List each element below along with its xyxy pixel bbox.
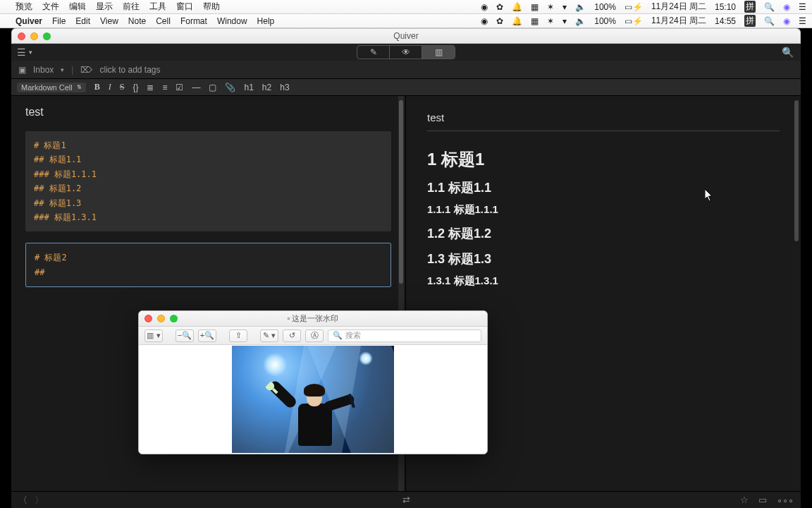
rotate-button[interactable]: ↺	[283, 329, 301, 342]
bold-button[interactable]: B	[94, 82, 100, 92]
menu-item[interactable]: 工具	[149, 1, 166, 13]
menu-item[interactable]: Cell	[156, 16, 171, 26]
preview-scrollbar[interactable]	[794, 96, 799, 491]
menu-item[interactable]: Window	[217, 16, 247, 26]
notebook-icon[interactable]: ▣	[18, 65, 26, 75]
sidebar-toggle[interactable]: ☰ ▾	[17, 47, 32, 58]
battery-icon[interactable]: ▭⚡	[625, 2, 643, 12]
bell-icon[interactable]: 🔔	[512, 2, 522, 12]
menu-item[interactable]: 编辑	[69, 1, 86, 13]
spotlight-icon[interactable]: 🔍	[764, 16, 775, 26]
siri-icon[interactable]: ◉	[783, 2, 790, 12]
code-button[interactable]: {}	[133, 83, 138, 92]
nav-back[interactable]: 〈	[18, 494, 27, 507]
siri-icon[interactable]: ◉	[783, 16, 790, 26]
menu-item[interactable]: Edit	[75, 16, 90, 26]
attach-button[interactable]: 📎	[225, 83, 235, 92]
inbox-label[interactable]: Inbox	[33, 65, 54, 75]
menu-item[interactable]: Format	[180, 16, 207, 26]
menu-item[interactable]: 帮助	[203, 1, 220, 13]
spotlight-icon[interactable]: 🔍	[764, 2, 775, 12]
ime-icon[interactable]: 拼	[744, 15, 756, 27]
wechat-icon[interactable]: ✿	[496, 16, 503, 26]
nav-forward[interactable]: 〉	[35, 494, 44, 507]
markdown-cell-2[interactable]: # 标题2 ##	[25, 243, 391, 287]
minimize-button[interactable]	[30, 32, 38, 40]
close-button[interactable]	[144, 315, 152, 322]
bell-icon[interactable]: 🔔	[512, 16, 522, 26]
menu-item[interactable]: 窗口	[176, 1, 193, 13]
wechat-icon[interactable]: ✿	[496, 2, 503, 12]
bluetooth-icon[interactable]: ✶	[547, 16, 554, 26]
zoom-button[interactable]	[43, 32, 51, 40]
control-center-icon[interactable]: ☰	[799, 16, 806, 26]
italic-button[interactable]: I	[109, 82, 111, 92]
ol-button[interactable]: ≡	[162, 83, 167, 92]
menu-item[interactable]: 预览	[16, 1, 32, 13]
volume-icon[interactable]: 🔈	[575, 16, 586, 26]
bluetooth-icon[interactable]: ✶	[547, 2, 554, 12]
preview-heading: 1.3.1 标题1.3.1	[427, 274, 780, 288]
split-mode-button[interactable]: ▥	[422, 46, 455, 59]
preview-mode-button[interactable]: 👁	[390, 46, 422, 59]
battery-text: 100%	[594, 16, 616, 26]
strike-button[interactable]: S	[120, 82, 125, 92]
float-search-input[interactable]: 🔍 搜索	[328, 329, 481, 342]
hr-button[interactable]: —	[192, 83, 200, 92]
image-button[interactable]: ▢	[209, 83, 216, 92]
window-title: Quiver	[11, 31, 801, 41]
float-toolbar: ▥ ▾ −🔍 +🔍 ⇧ ✎ ▾ ↺ Ⓐ 🔍 搜索	[139, 327, 487, 345]
preview-app-window[interactable]: ▫ 这是一张水印 ▥ ▾ −🔍 +🔍 ⇧ ✎ ▾ ↺ Ⓐ 🔍 搜索	[138, 310, 488, 454]
sync-icon[interactable]: ⇄	[402, 495, 410, 505]
sidebar-view-button[interactable]: ▥ ▾	[144, 329, 163, 342]
minimize-button[interactable]	[157, 315, 165, 322]
close-button[interactable]	[18, 32, 25, 40]
menu-item[interactable]: 前往	[123, 1, 140, 13]
battery-icon[interactable]: ▭⚡	[625, 16, 643, 26]
zoom-out-button[interactable]: −🔍	[176, 329, 194, 342]
float-titlebar[interactable]: ▫ 这是一张水印	[139, 311, 487, 327]
menu-item[interactable]: 显示	[96, 1, 113, 13]
note-title[interactable]: test	[25, 106, 391, 119]
menu-item[interactable]: Note	[128, 16, 146, 26]
display-icon[interactable]: ▦	[531, 16, 539, 26]
cell-type-select[interactable]: Markdown Cell⇅	[17, 83, 86, 92]
battery-text: 100%	[594, 2, 616, 12]
present-icon[interactable]: ▭	[758, 495, 767, 505]
wifi-icon[interactable]: ▾	[562, 2, 567, 12]
zoom-in-button[interactable]: +🔍	[198, 329, 216, 342]
image-content[interactable]	[232, 346, 394, 453]
star-icon[interactable]: ☆	[740, 495, 749, 505]
tags-placeholder[interactable]: click to add tags	[99, 65, 160, 75]
volume-icon[interactable]: 🔈	[575, 2, 586, 12]
search-icon[interactable]: 🔍	[782, 47, 794, 58]
preview-heading: 1.3 标题1.3	[427, 250, 780, 267]
menu-item[interactable]: 文件	[42, 1, 59, 13]
zoom-button[interactable]	[170, 315, 178, 322]
menu-item[interactable]: View	[100, 16, 118, 26]
h1-button[interactable]: h1	[244, 83, 253, 92]
ul-button[interactable]: ≣	[147, 83, 154, 92]
menu-item[interactable]: Help	[257, 16, 275, 26]
check-button[interactable]: ☑	[176, 83, 183, 92]
share-button[interactable]: ⇧	[229, 329, 247, 342]
display-icon[interactable]: ▦	[531, 2, 539, 12]
edit-button[interactable]: Ⓐ	[305, 329, 324, 342]
h3-button[interactable]: h3	[280, 83, 289, 92]
record-icon[interactable]: ◉	[481, 2, 488, 12]
markup-button[interactable]: ✎ ▾	[260, 329, 278, 342]
control-center-icon[interactable]: ☰	[799, 2, 806, 12]
markdown-cell-1[interactable]: # 标题1 ## 标题1.1 ### 标题1.1.1 ## 标题1.2 ## 标…	[25, 131, 391, 231]
ime-icon[interactable]: 拼	[744, 1, 756, 13]
window-titlebar[interactable]: Quiver	[11, 28, 801, 44]
search-icon: 🔍	[333, 331, 343, 340]
app-name[interactable]: Quiver	[16, 16, 42, 26]
preview-heading: 1.1.1 标题1.1.1	[427, 203, 780, 217]
h2-button[interactable]: h2	[262, 83, 271, 92]
float-body	[139, 345, 487, 454]
wifi-icon[interactable]: ▾	[562, 16, 567, 26]
edit-mode-button[interactable]: ✎	[357, 46, 390, 59]
menu-item[interactable]: File	[52, 16, 66, 26]
record-icon[interactable]: ◉	[481, 16, 488, 26]
more-icon[interactable]: ∘∘∘	[777, 495, 794, 505]
